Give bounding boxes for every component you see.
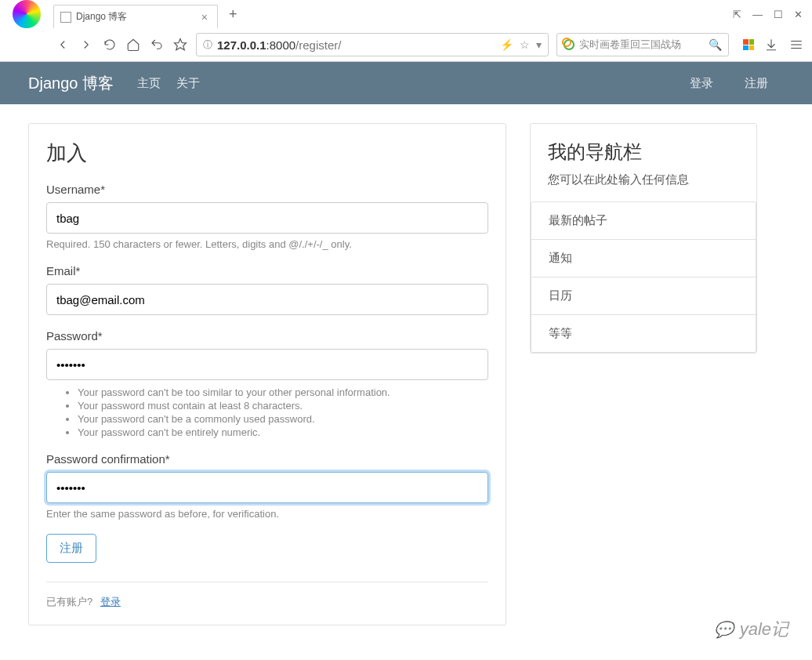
maximize-icon[interactable]: ☐ [774, 9, 783, 20]
page-favicon [60, 12, 71, 23]
watermark: 💬 yale记 [714, 618, 788, 641]
password-input[interactable] [46, 349, 488, 380]
dropdown-icon[interactable]: ▾ [536, 38, 542, 51]
download-icon[interactable] [763, 37, 779, 53]
sidebar-list: 最新的帖子 通知 日历 等等 [531, 201, 756, 353]
back-icon[interactable] [55, 37, 71, 53]
register-card: 加入 Username* Required. 150 characters or… [28, 123, 506, 626]
browser-app-icon [8, 0, 45, 33]
password2-help: Enter the same password as before, for v… [46, 508, 488, 520]
login-link[interactable]: 登录 [100, 596, 121, 607]
sidebar-item-latest[interactable]: 最新的帖子 [531, 202, 756, 240]
nav-about[interactable]: 关于 [176, 76, 200, 91]
form-title: 加入 [46, 140, 488, 167]
search-box[interactable]: 实时画卷重回三国战场 🔍 [556, 33, 729, 56]
browser-chrome: Django 博客 × + ⇱ — ☐ ✕ ⓘ 127.0.0.1:8000/r… [0, 0, 812, 62]
sidebar-item-notifications[interactable]: 通知 [531, 240, 756, 277]
wechat-icon: 💬 [714, 620, 734, 639]
forward-icon[interactable] [78, 37, 94, 53]
username-label: Username* [46, 183, 488, 196]
close-window-icon[interactable]: ✕ [794, 9, 803, 20]
reload-icon[interactable] [102, 37, 118, 53]
divider [46, 582, 488, 582]
sidebar-item-etc[interactable]: 等等 [531, 315, 756, 352]
password2-input[interactable] [46, 472, 488, 503]
nav-login[interactable]: 登录 [690, 76, 713, 91]
sidebar-subtitle: 您可以在此处输入任何信息 [548, 172, 739, 187]
password-help-item: Your password must contain at least 8 ch… [78, 400, 488, 412]
password-label: Password* [46, 329, 488, 343]
home-icon[interactable] [125, 37, 141, 53]
email-input[interactable] [46, 284, 488, 315]
submit-button[interactable]: 注册 [46, 534, 96, 563]
site-navbar: Django 博客 主页 关于 登录 注册 [0, 62, 812, 104]
tab-title: Django 博客 [76, 10, 198, 24]
star-icon[interactable] [172, 37, 188, 53]
sidebar-title: 我的导航栏 [548, 140, 739, 165]
sidebar-card: 我的导航栏 您可以在此处输入任何信息 最新的帖子 通知 日历 等等 [530, 123, 757, 354]
site-info-icon[interactable]: ⓘ [203, 38, 212, 52]
undo-icon[interactable] [149, 37, 165, 53]
bookmark-star-icon[interactable]: ☆ [520, 38, 530, 51]
address-bar[interactable]: ⓘ 127.0.0.1:8000/register/ ⚡ ☆ ▾ [196, 33, 549, 56]
navbar-brand[interactable]: Django 博客 [28, 73, 114, 94]
new-tab-button[interactable]: + [218, 6, 248, 23]
password-help-item: Your password can't be entirely numeric. [78, 426, 488, 438]
password-help-item: Your password can't be a commonly used p… [78, 413, 488, 425]
minimize-icon[interactable]: — [752, 9, 763, 20]
menu-icon[interactable] [788, 37, 804, 53]
tab-close-icon[interactable]: × [198, 11, 211, 24]
nav-register[interactable]: 注册 [745, 76, 768, 91]
pin-icon[interactable]: ⇱ [733, 9, 741, 20]
browser-tab[interactable]: Django 博客 × [53, 5, 218, 28]
flash-icon[interactable]: ⚡ [500, 38, 513, 51]
search-placeholder: 实时画卷重回三国战场 [579, 38, 709, 52]
svg-marker-0 [175, 39, 187, 50]
have-account-text: 已有账户? [46, 596, 92, 607]
nav-home[interactable]: 主页 [137, 76, 161, 91]
username-help: Required. 150 characters or fewer. Lette… [46, 238, 488, 250]
sidebar-item-calendar[interactable]: 日历 [531, 277, 756, 315]
search-engine-icon [564, 39, 575, 50]
url-text: 127.0.0.1:8000/register/ [217, 38, 341, 52]
username-input[interactable] [46, 202, 488, 234]
grid-apps-icon[interactable] [743, 39, 754, 50]
password-help-item: Your password can't be too similar to yo… [78, 386, 488, 398]
email-label: Email* [46, 264, 488, 277]
password2-label: Password confirmation* [46, 452, 488, 466]
password-help-list: Your password can't be too similar to yo… [46, 386, 488, 438]
search-icon[interactable]: 🔍 [709, 38, 722, 51]
